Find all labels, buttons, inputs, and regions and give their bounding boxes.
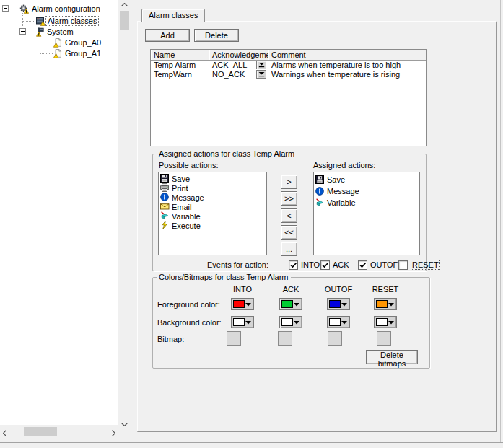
tree-connector	[27, 32, 35, 32]
tree-horizontal-scrollbar[interactable]	[0, 426, 118, 437]
checkbox-outof[interactable]	[358, 260, 367, 270]
foreground-color-select-ack[interactable]	[279, 298, 302, 310]
bitmap-box-outof[interactable]	[328, 331, 342, 346]
group-title: Colors/Bitmaps for class Temp Alarm	[157, 273, 291, 282]
tree-item-group-a0[interactable]: Group_A0	[64, 38, 102, 48]
tab-alarm-classes[interactable]: Alarm classes	[141, 9, 205, 22]
table-row[interactable]: TempWarnNO_ACKWarnings when temperature …	[151, 70, 426, 79]
more-button[interactable]: ...	[281, 242, 297, 256]
checkbox-reset[interactable]	[398, 260, 408, 270]
table-row[interactable]: Temp AlarmACK_ALLAlarms when temperature…	[151, 61, 426, 70]
color-swatch	[376, 318, 388, 326]
tree-panel: Alarm configurationAlarm classesSystemGr…	[0, 0, 118, 425]
group-title: Assigned actions for class Temp Alarm	[157, 149, 297, 159]
background-color-select-reset[interactable]	[374, 316, 397, 328]
delete-bitmaps-button[interactable]: Delete bitmaps	[366, 350, 418, 364]
bitmap-label: Bitmap:	[157, 335, 184, 344]
save-icon	[160, 174, 170, 183]
action-label: Execute	[172, 221, 201, 230]
assigned-actions-list[interactable]: SaveMessageVariable	[313, 172, 420, 255]
window-bottom-divider	[0, 442, 503, 443]
dropdown-arrow-icon	[341, 321, 347, 325]
variable-icon	[315, 198, 325, 208]
dropdown-arrow-icon	[388, 321, 394, 325]
tree-item-group-a1[interactable]: Group_A1	[64, 48, 102, 58]
save-icon	[315, 175, 325, 185]
color-swatch	[281, 300, 293, 308]
tree-vertical-scrollbar[interactable]	[118, 0, 131, 430]
cell-acknowledgement: NO_ACK	[209, 70, 268, 79]
tree-expander[interactable]	[19, 28, 26, 35]
scroll-right-icon[interactable]	[112, 430, 115, 436]
background-color-select-into[interactable]	[231, 316, 254, 328]
vertical-scroll-thumb[interactable]	[120, 11, 129, 30]
scroll-down-icon[interactable]	[121, 423, 128, 426]
email-icon	[160, 202, 170, 211]
event-into: INTO	[289, 260, 320, 270]
checkbox-into[interactable]	[289, 260, 298, 270]
minus-glyph	[21, 31, 25, 32]
action-item-message[interactable]: Message	[314, 185, 419, 197]
variable-icon	[160, 211, 170, 221]
move-all-left-button[interactable]: <<	[281, 225, 297, 240]
tree-connector	[40, 53, 53, 54]
foreground-color-select-reset[interactable]	[374, 298, 397, 310]
checkbox-ack[interactable]	[320, 260, 330, 270]
scroll-up-icon[interactable]	[121, 3, 128, 6]
colors-bitmaps-group: Colors/Bitmaps for class Temp Alarm INTO…	[152, 277, 430, 369]
background-color-select-outof[interactable]	[327, 316, 350, 328]
tree-item-system[interactable]: System	[45, 27, 75, 37]
bitmap-box-reset[interactable]	[377, 331, 391, 346]
background-color-label: Background color:	[157, 318, 222, 328]
table-header: NameAcknowledgementComment	[151, 50, 426, 61]
dropdown-arrow-icon[interactable]	[256, 61, 266, 69]
tree-expander[interactable]	[2, 5, 9, 12]
column-header-comment[interactable]: Comment	[268, 50, 426, 60]
color-swatch	[233, 300, 245, 308]
background-color-select-ack[interactable]	[279, 316, 302, 328]
event-outof: OUTOF	[358, 260, 398, 270]
action-label: Save	[327, 175, 345, 184]
execute-icon	[160, 221, 170, 230]
bitmap-box-into[interactable]	[227, 331, 241, 346]
action-label: Save	[172, 175, 190, 183]
bitmap-box-ack[interactable]	[278, 331, 292, 346]
move-left-button[interactable]: <	[281, 208, 297, 223]
move-all-right-button[interactable]: >>	[281, 191, 297, 206]
foreground-color-select-into[interactable]	[231, 298, 254, 310]
dropdown-arrow-icon	[245, 303, 251, 307]
action-item-message[interactable]: Message	[159, 193, 266, 202]
state-column-header-ack: ACK	[283, 285, 299, 294]
dropdown-arrow-icon	[294, 321, 299, 325]
action-item-variable[interactable]: Variable	[159, 211, 266, 221]
add-button[interactable]: Add	[145, 29, 190, 42]
tree-item-alarm-configuration[interactable]: Alarm configuration	[30, 4, 102, 14]
horizontal-scroll-thumb[interactable]	[24, 427, 57, 436]
group-warning-icon	[53, 49, 63, 58]
message-icon	[315, 187, 325, 196]
tree-connector	[40, 37, 40, 53]
alarm-classes-table: NameAcknowledgementComment Temp AlarmACK…	[150, 49, 427, 146]
column-header-name[interactable]: Name	[151, 50, 209, 60]
action-item-print[interactable]: Print	[159, 183, 266, 193]
tree-item-alarm-classes[interactable]: Alarm classes	[45, 16, 99, 26]
checkbox-label: ACK	[333, 260, 349, 269]
action-item-save[interactable]: Save	[314, 174, 419, 185]
delete-button[interactable]: Delete	[194, 29, 239, 42]
scroll-left-icon[interactable]	[3, 430, 6, 436]
color-swatch	[329, 318, 341, 326]
action-item-variable[interactable]: Variable	[314, 197, 419, 208]
action-label: Variable	[327, 198, 356, 207]
column-header-acknowledgement[interactable]: Acknowledgement	[209, 50, 268, 60]
dropdown-arrow-icon[interactable]	[256, 70, 266, 79]
action-item-email[interactable]: Email	[159, 202, 266, 211]
possible-actions-list[interactable]: SavePrintMessageEmailVariableExecute	[158, 172, 267, 255]
action-item-save[interactable]: Save	[159, 174, 266, 183]
move-right-button[interactable]: >	[281, 175, 297, 189]
color-swatch	[233, 318, 245, 326]
action-item-execute[interactable]: Execute	[159, 221, 266, 230]
cell-comment: Alarms when temperature is too high	[268, 61, 426, 70]
foreground-color-select-outof[interactable]	[327, 298, 350, 310]
message-icon	[160, 193, 170, 202]
alarm-classes-icon	[36, 17, 45, 26]
